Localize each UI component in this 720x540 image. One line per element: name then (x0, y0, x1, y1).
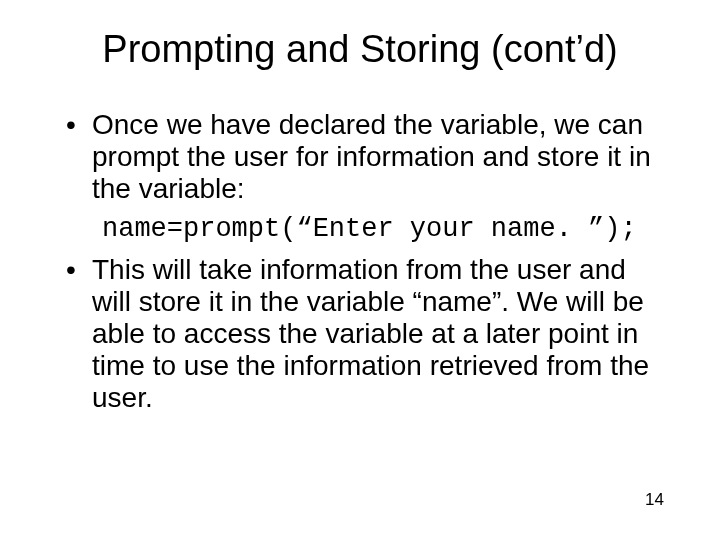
page-number: 14 (645, 490, 664, 510)
bullet-list: This will take information from the user… (48, 254, 672, 415)
code-line: name=prompt(“Enter your name. ”); (102, 214, 672, 244)
slide-title: Prompting and Storing (cont’d) (48, 28, 672, 71)
bullet-item: This will take information from the user… (60, 254, 672, 415)
bullet-list: Once we have declared the variable, we c… (48, 109, 672, 206)
bullet-item: Once we have declared the variable, we c… (60, 109, 672, 206)
slide: Prompting and Storing (cont’d) Once we h… (0, 0, 720, 540)
